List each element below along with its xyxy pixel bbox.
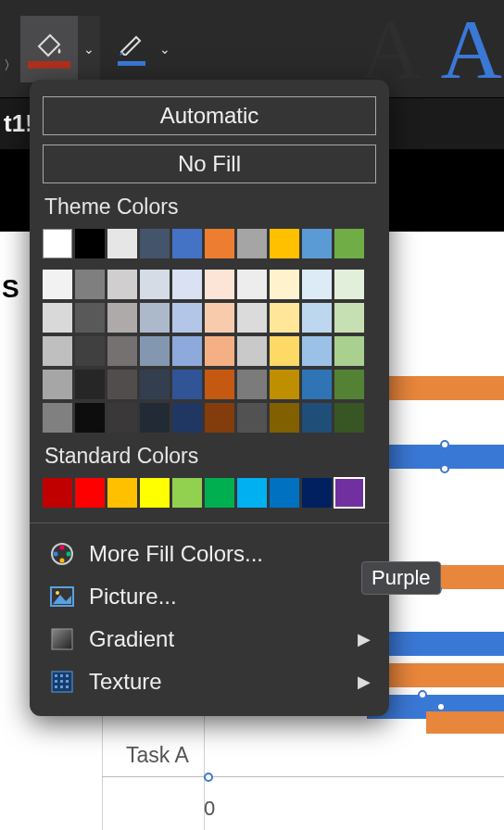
theme-color-swatch[interactable] bbox=[205, 270, 234, 299]
theme-color-swatch[interactable] bbox=[270, 303, 299, 333]
theme-color-swatch[interactable] bbox=[334, 229, 364, 258]
outline-color-swatch bbox=[118, 61, 145, 66]
chevron-left-icon[interactable]: 〉 bbox=[4, 57, 17, 74]
theme-color-swatch[interactable] bbox=[205, 370, 234, 399]
svg-point-4 bbox=[54, 552, 58, 557]
menu-item-label: More Fill Colors... bbox=[89, 541, 263, 567]
theme-color-swatch[interactable] bbox=[205, 229, 234, 258]
theme-color-swatch[interactable] bbox=[270, 336, 299, 366]
theme-color-swatch[interactable] bbox=[302, 403, 332, 433]
pen-icon bbox=[118, 31, 145, 59]
theme-color-swatch[interactable] bbox=[107, 403, 137, 433]
chart-bar[interactable] bbox=[389, 445, 504, 469]
style-a-blue[interactable]: A bbox=[441, 0, 502, 98]
theme-color-swatch[interactable] bbox=[205, 336, 234, 366]
theme-color-swatch[interactable] bbox=[172, 270, 202, 299]
standard-color-swatch[interactable] bbox=[140, 478, 170, 508]
color-wheel-icon bbox=[48, 540, 76, 568]
theme-color-swatch[interactable] bbox=[172, 370, 202, 399]
theme-colors-row bbox=[43, 229, 376, 258]
theme-color-swatch[interactable] bbox=[140, 336, 170, 366]
more-fill-colors-item[interactable]: More Fill Colors... bbox=[43, 533, 376, 575]
texture-fill-item[interactable]: Texture ▶ bbox=[43, 660, 376, 703]
standard-color-swatch[interactable] bbox=[205, 478, 234, 508]
theme-color-swatch[interactable] bbox=[107, 229, 137, 258]
theme-color-swatch[interactable] bbox=[237, 370, 267, 399]
standard-color-swatch[interactable] bbox=[334, 478, 364, 508]
automatic-button[interactable]: Automatic bbox=[43, 96, 376, 135]
theme-color-swatch[interactable] bbox=[237, 403, 267, 433]
standard-color-swatch[interactable] bbox=[270, 478, 299, 508]
theme-color-swatch[interactable] bbox=[75, 336, 105, 366]
theme-color-swatch[interactable] bbox=[43, 303, 72, 333]
theme-color-swatch[interactable] bbox=[237, 270, 267, 299]
theme-tint-row bbox=[43, 370, 376, 399]
theme-color-swatch[interactable] bbox=[205, 403, 234, 433]
outline-color-split-button: ⌄ bbox=[109, 16, 176, 82]
theme-color-swatch[interactable] bbox=[107, 370, 137, 399]
outline-color-dropdown[interactable]: ⌄ bbox=[154, 16, 176, 82]
theme-color-swatch[interactable] bbox=[270, 270, 299, 299]
theme-color-swatch[interactable] bbox=[43, 336, 72, 366]
svg-point-7 bbox=[56, 591, 59, 595]
paint-bucket-icon bbox=[33, 30, 65, 57]
theme-color-swatch[interactable] bbox=[302, 336, 332, 366]
theme-tint-row bbox=[43, 403, 376, 433]
theme-color-swatch[interactable] bbox=[75, 303, 105, 333]
theme-color-swatch[interactable] bbox=[237, 336, 267, 366]
standard-color-swatch[interactable] bbox=[302, 478, 332, 508]
theme-color-swatch[interactable] bbox=[75, 403, 105, 433]
outline-color-button[interactable] bbox=[109, 16, 154, 82]
theme-color-swatch[interactable] bbox=[270, 370, 299, 399]
picture-fill-item[interactable]: Picture... bbox=[43, 575, 376, 618]
theme-color-swatch[interactable] bbox=[140, 303, 170, 333]
theme-color-swatch[interactable] bbox=[237, 303, 267, 333]
standard-color-swatch[interactable] bbox=[75, 478, 105, 508]
theme-color-swatch[interactable] bbox=[334, 336, 364, 366]
standard-color-swatch[interactable] bbox=[172, 478, 202, 508]
chart-bar[interactable] bbox=[426, 711, 504, 734]
svg-rect-17 bbox=[60, 685, 63, 688]
theme-color-swatch[interactable] bbox=[270, 403, 299, 433]
theme-color-swatch[interactable] bbox=[172, 229, 202, 258]
theme-color-swatch[interactable] bbox=[205, 303, 234, 333]
theme-color-swatch[interactable] bbox=[334, 403, 364, 433]
theme-color-swatch[interactable] bbox=[334, 270, 364, 299]
theme-color-swatch[interactable] bbox=[334, 370, 364, 399]
no-fill-button[interactable]: No Fill bbox=[43, 145, 376, 183]
standard-color-swatch[interactable] bbox=[43, 478, 72, 508]
theme-color-swatch[interactable] bbox=[75, 370, 105, 399]
theme-color-swatch[interactable] bbox=[107, 303, 137, 333]
theme-color-swatch[interactable] bbox=[302, 270, 332, 299]
standard-color-swatch[interactable] bbox=[237, 478, 267, 508]
theme-color-swatch[interactable] bbox=[237, 229, 267, 258]
theme-color-swatch[interactable] bbox=[75, 270, 105, 299]
chart-bar[interactable] bbox=[371, 376, 504, 400]
theme-color-swatch[interactable] bbox=[172, 303, 202, 333]
theme-color-swatch[interactable] bbox=[107, 270, 137, 299]
theme-color-swatch[interactable] bbox=[172, 336, 202, 366]
gradient-icon bbox=[48, 625, 76, 653]
theme-color-swatch[interactable] bbox=[172, 403, 202, 433]
svg-point-3 bbox=[60, 559, 65, 563]
standard-color-swatch[interactable] bbox=[107, 478, 137, 508]
theme-color-swatch[interactable] bbox=[302, 370, 332, 399]
theme-color-swatch[interactable] bbox=[43, 270, 72, 299]
theme-color-swatch[interactable] bbox=[302, 303, 332, 333]
theme-color-swatch[interactable] bbox=[270, 229, 299, 258]
theme-color-swatch[interactable] bbox=[140, 370, 170, 399]
theme-color-swatch[interactable] bbox=[75, 229, 105, 258]
theme-color-swatch[interactable] bbox=[43, 370, 72, 399]
theme-color-swatch[interactable] bbox=[334, 303, 364, 333]
theme-color-swatch[interactable] bbox=[140, 270, 170, 299]
fill-color-dropdown[interactable]: ⌄ bbox=[78, 16, 100, 82]
theme-color-swatch[interactable] bbox=[302, 229, 332, 258]
fill-color-button[interactable] bbox=[20, 16, 78, 82]
svg-rect-12 bbox=[66, 674, 69, 677]
gradient-fill-item[interactable]: Gradient ▶ bbox=[43, 618, 376, 660]
theme-color-swatch[interactable] bbox=[107, 336, 137, 366]
theme-color-swatch[interactable] bbox=[43, 229, 72, 258]
theme-color-swatch[interactable] bbox=[140, 229, 170, 258]
theme-color-swatch[interactable] bbox=[43, 403, 72, 433]
theme-color-swatch[interactable] bbox=[140, 403, 170, 433]
